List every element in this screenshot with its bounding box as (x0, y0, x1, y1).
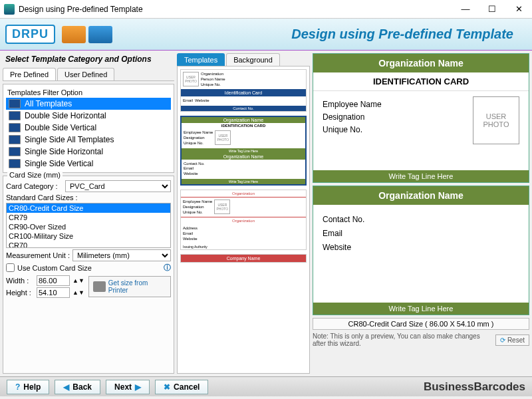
cancel-button[interactable]: ✖Cancel (155, 380, 208, 394)
preview-photo-placeholder: USER PHOTO (473, 96, 519, 144)
preview-field: Contact No. (323, 215, 519, 224)
width-label: Width : (6, 277, 34, 285)
card-preview-back: Organization Name Contact No. Email Webs… (313, 186, 529, 315)
brand-logo: DRPU (5, 25, 55, 44)
header-title: Design using Pre-defined Template (112, 27, 527, 42)
measurement-unit-select[interactable]: Milimeters (mm) (72, 249, 171, 261)
filter-double-vertical[interactable]: Double Side Vertical (6, 122, 171, 134)
tab-templates[interactable]: Templates (177, 53, 225, 66)
help-icon: ? (15, 382, 20, 392)
preview-field: Email (323, 229, 519, 238)
preview-org-name: Organization Name (313, 54, 529, 72)
help-button[interactable]: ?Help (7, 380, 49, 394)
refresh-icon: ⟳ (500, 336, 505, 344)
preview-note: Note: This is only a preview, You can al… (313, 332, 491, 347)
template-thumb-selected[interactable]: Organization Name IDENTIFICATION CARD Em… (180, 116, 307, 186)
card-preview-front: Organization Name IDENTIFICATION CARD Em… (313, 53, 529, 183)
custom-size-checkbox[interactable] (6, 263, 15, 272)
filter-title: Templates Filter Option (6, 87, 171, 98)
minimize-button[interactable]: ― (452, 0, 479, 19)
preview-field: Designation (323, 112, 466, 122)
template-icon (9, 123, 21, 132)
standard-sizes-label: Standard Card Sizes : (6, 194, 78, 201)
template-icon (9, 159, 21, 168)
preview-tagline: Write Tag Line Here (313, 170, 529, 182)
tab-user-defined[interactable]: User Defined (57, 68, 114, 80)
app-icon (4, 4, 15, 15)
preview-field: Website (323, 243, 519, 252)
get-size-from-printer-button[interactable]: Get size from Printer (88, 276, 171, 297)
tab-pre-defined[interactable]: Pre Defined (3, 68, 56, 80)
section-title: Select Template Category and Options (3, 53, 174, 65)
template-thumb[interactable]: USER PHOTOOrganizationPerson NameUnique … (180, 69, 307, 112)
brand-footer: BusinessBarcodes (424, 380, 525, 394)
filter-single-all[interactable]: Single Side All Templates (6, 134, 171, 146)
arrow-left-icon: ◀ (63, 382, 69, 392)
size-option[interactable]: CR70 (7, 241, 170, 248)
idcard-icon (88, 26, 112, 43)
width-input[interactable] (37, 275, 70, 286)
window-title: Design using Pre-defined Template (19, 5, 452, 14)
custom-size-label: Use Custom Card Size (17, 264, 92, 272)
preview-card-title: IDENTIFICATION CARD (313, 72, 529, 91)
printer-icon (93, 281, 106, 292)
card-category-label: Card Category : (6, 182, 63, 190)
template-icon (9, 111, 21, 120)
card-category-select[interactable]: PVC_Card (65, 180, 171, 192)
idcard-icon (62, 26, 86, 43)
tab-background[interactable]: Background (226, 53, 280, 66)
size-option[interactable]: CR90-Over Sized (7, 222, 170, 231)
template-icon (9, 147, 21, 156)
template-icon (9, 99, 21, 108)
templates-thumbnails[interactable]: USER PHOTOOrganizationPerson NameUnique … (177, 66, 310, 374)
info-icon[interactable]: ⓘ (164, 263, 171, 273)
size-option[interactable]: CR80-Credit Card Size (7, 203, 170, 213)
measurement-unit-label: Measurement Unit : (6, 251, 70, 259)
filter-single-horizontal[interactable]: Single Side Horizontal (6, 146, 171, 158)
filter-double-horizontal[interactable]: Double Side Horizontal (6, 110, 171, 122)
header-card-icons (62, 26, 112, 43)
maximize-button[interactable]: ☐ (479, 0, 505, 19)
close-button[interactable]: ✕ (505, 0, 532, 19)
arrow-right-icon: ▶ (135, 382, 141, 392)
close-icon: ✖ (164, 382, 170, 392)
size-option[interactable]: CR100-Military Size (7, 231, 170, 241)
preview-tagline: Write Tag Line Here (313, 303, 529, 315)
filter-single-vertical[interactable]: Single Side Vertical (6, 158, 171, 170)
card-dimensions-bar: CR80-Credit Card Size ( 86.00 X 54.10 mm… (313, 318, 529, 330)
back-button[interactable]: ◀Back (55, 380, 100, 394)
preview-org-name: Organization Name (313, 186, 529, 205)
template-thumb[interactable]: Company Name (180, 254, 307, 263)
card-size-legend: Card Size (mm) (7, 171, 63, 179)
size-option[interactable]: CR79 (7, 213, 170, 222)
standard-sizes-list[interactable]: CR80-Credit Card Size CR79 CR90-Over Siz… (6, 203, 171, 248)
filter-all-templates[interactable]: All Templates (6, 98, 171, 110)
reset-button[interactable]: ⟳Reset (495, 334, 529, 346)
height-input[interactable] (37, 287, 70, 298)
height-label: Height : (6, 289, 34, 297)
preview-field: Employee Name (323, 100, 466, 109)
preview-field: Unique No. (323, 125, 466, 134)
template-icon (9, 135, 21, 144)
template-thumb[interactable]: Organization Employee NameDesignationUni… (180, 190, 307, 250)
next-button[interactable]: Next▶ (106, 380, 150, 394)
